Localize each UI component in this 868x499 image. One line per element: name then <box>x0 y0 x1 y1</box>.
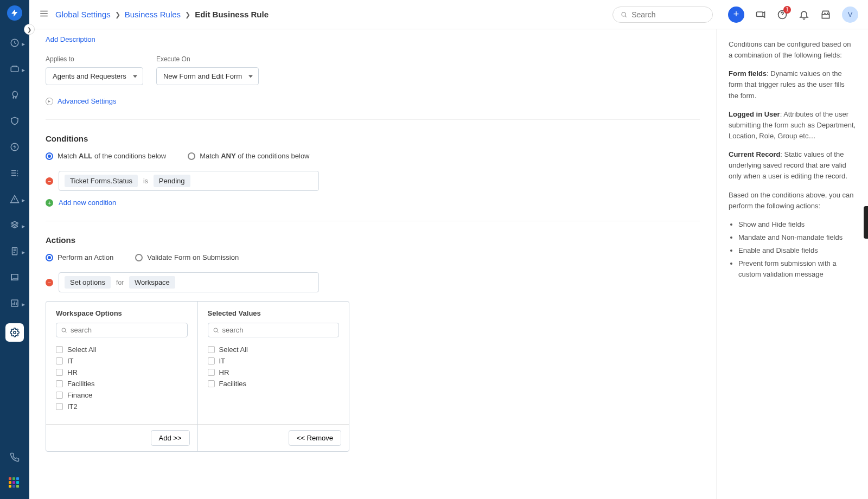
option-checkbox[interactable]: HR <box>208 367 340 378</box>
chevron-right-icon: ▸ <box>46 98 53 105</box>
remove-condition-button[interactable]: − <box>46 177 53 185</box>
advanced-settings-toggle[interactable]: ▸ Advanced Settings <box>46 97 700 105</box>
available-options-column: Workspace Options Select All ITHRFacilit… <box>46 302 198 451</box>
nav-settings-icon[interactable] <box>5 323 24 342</box>
marketplace-icon[interactable] <box>820 9 831 20</box>
nav-assets-icon[interactable]: ▸ <box>9 219 21 231</box>
svg-rect-9 <box>757 12 763 16</box>
global-search[interactable] <box>612 7 713 23</box>
breadcrumb-global[interactable]: Global Settings <box>55 10 111 19</box>
add-condition-link[interactable]: + Add new condition <box>46 199 700 207</box>
chevron-right-icon: ❯ <box>185 11 190 18</box>
nav-tasks-icon[interactable] <box>9 167 21 179</box>
nav-shield-icon[interactable] <box>9 115 21 127</box>
execute-on-label: Execute On <box>156 55 259 63</box>
applies-to-label: Applies to <box>46 55 143 63</box>
app-logo[interactable] <box>7 5 22 21</box>
selected-search[interactable] <box>208 323 340 337</box>
action-expression[interactable]: Set options for Workspace <box>59 272 319 292</box>
option-checkbox[interactable]: IT2 <box>56 401 188 412</box>
radio-on-icon <box>46 254 53 261</box>
help-badge: 1 <box>783 6 791 14</box>
radio-off-icon <box>188 152 195 160</box>
help-bullet: Mandate and Non-mandate fields <box>738 232 856 243</box>
action-target[interactable]: Workspace <box>129 276 175 289</box>
expand-sidebar-toggle[interactable]: ❯ <box>24 24 35 35</box>
nav-tickets-icon[interactable]: ▸ <box>9 63 21 75</box>
help-icon[interactable]: 1 <box>777 9 788 20</box>
top-header: Global Settings ❯ Business Rules ❯ Edit … <box>29 0 868 29</box>
bell-icon[interactable] <box>799 9 809 20</box>
svg-point-8 <box>622 12 626 16</box>
nav-alerts-icon[interactable]: ▸ <box>9 193 21 205</box>
breadcrumb-current: Edit Business Rule <box>195 10 269 19</box>
help-bullet: Enable and Disable fields <box>738 245 856 256</box>
nav-solutions-icon[interactable] <box>9 271 21 283</box>
search-icon <box>61 327 67 334</box>
match-all-radio[interactable]: Match ALL of the conditions below <box>46 152 166 160</box>
help-bullet: Show and Hide fields <box>738 219 856 230</box>
breadcrumb: Global Settings ❯ Business Rules ❯ Edit … <box>55 10 269 19</box>
nav-contracts-icon[interactable]: ▸ <box>9 245 21 257</box>
conditions-heading: Conditions <box>46 134 700 143</box>
announcements-icon[interactable] <box>755 9 766 20</box>
help-toggle-tab[interactable] <box>864 206 868 239</box>
available-search[interactable] <box>56 323 188 337</box>
option-checkbox[interactable]: Finance <box>56 389 188 401</box>
condition-expression[interactable]: Ticket Forms.Status is Pending <box>59 171 319 191</box>
search-icon <box>621 11 627 18</box>
nav-changes-icon[interactable] <box>9 141 21 153</box>
option-checkbox[interactable]: Facilities <box>208 378 340 389</box>
condition-row: − Ticket Forms.Status is Pending <box>46 171 700 191</box>
plus-icon: + <box>46 199 53 207</box>
applies-to-select[interactable]: Agents and Requesters <box>46 67 143 85</box>
condition-field[interactable]: Ticket Forms.Status <box>65 175 138 187</box>
available-search-input[interactable] <box>71 326 183 334</box>
search-icon <box>213 327 219 334</box>
action-type[interactable]: Set options <box>65 276 111 289</box>
validate-form-radio[interactable]: Validate Form on Submission <box>135 253 239 261</box>
nav-phone-icon[interactable] <box>9 451 21 463</box>
radio-on-icon <box>46 152 53 160</box>
option-checkbox[interactable]: IT <box>56 355 188 367</box>
chevron-right-icon: ❯ <box>115 11 120 18</box>
user-avatar[interactable]: V <box>842 7 858 23</box>
remove-options-button[interactable]: << Remove <box>289 430 341 446</box>
add-description-link[interactable]: Add Description <box>46 35 95 43</box>
condition-value[interactable]: Pending <box>154 175 190 187</box>
nav-problems-icon[interactable] <box>9 89 21 101</box>
add-options-button[interactable]: Add >> <box>151 430 190 446</box>
actions-heading: Actions <box>46 235 700 245</box>
perform-action-radio[interactable]: Perform an Action <box>46 253 113 261</box>
execute-on-select[interactable]: New Form and Edit Form <box>156 67 259 85</box>
select-all-checkbox[interactable]: Select All <box>56 344 188 355</box>
new-button[interactable]: + <box>728 7 744 23</box>
help-bullet: Prevent form submission with a custom va… <box>738 258 856 280</box>
search-input[interactable] <box>631 10 705 19</box>
svg-point-7 <box>14 331 16 334</box>
select-all-checkbox[interactable]: Select All <box>208 344 340 355</box>
breadcrumb-rules[interactable]: Business Rules <box>125 10 181 19</box>
option-checkbox[interactable]: IT <box>208 355 340 367</box>
left-navbar: ❯ ▸ ▸ ▸ ▸ ▸ ▸ <box>0 0 29 499</box>
hamburger-menu-icon[interactable] <box>39 9 49 20</box>
selected-search-input[interactable] <box>222 326 335 334</box>
svg-point-2 <box>13 98 14 99</box>
nav-reports-icon[interactable]: ▸ <box>9 297 21 309</box>
selected-values-column: Selected Values Select All ITHRFacilitie… <box>198 302 349 451</box>
match-any-radio[interactable]: Match ANY of the conditions below <box>188 152 309 160</box>
action-row: − Set options for Workspace <box>46 272 700 292</box>
remove-action-button[interactable]: − <box>46 279 53 286</box>
svg-rect-1 <box>11 67 18 72</box>
help-panel: Conditions can be configured based on a … <box>716 29 868 499</box>
svg-point-12 <box>214 328 218 332</box>
radio-off-icon <box>135 254 143 261</box>
condition-operator: is <box>143 177 148 185</box>
options-picker: Workspace Options Select All ITHRFacilit… <box>46 301 349 452</box>
option-checkbox[interactable]: Facilities <box>56 378 188 389</box>
help-actions-intro: Based on the conditions above, you can p… <box>729 190 856 212</box>
nav-dashboard-icon[interactable]: ▸ <box>9 37 21 49</box>
nav-apps-icon[interactable] <box>9 477 21 489</box>
selected-heading: Selected Values <box>198 302 349 323</box>
option-checkbox[interactable]: HR <box>56 367 188 378</box>
